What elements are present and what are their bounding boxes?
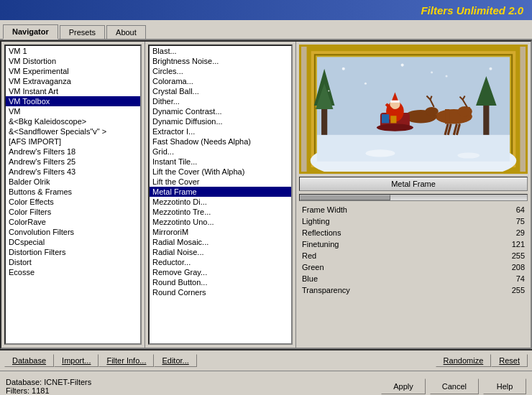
svg-point-40 [446,75,448,77]
svg-rect-13 [445,109,449,124]
param-row: Finetuning121 [299,238,528,250]
svg-point-24 [425,107,438,116]
help-button[interactable]: Help [483,378,526,394]
list-item[interactable]: VM Extravaganza [6,76,140,86]
svg-point-37 [342,68,345,70]
list-item[interactable]: Balder Olrik [6,177,140,187]
database-value: ICNET-Filters [44,378,91,386]
list-item[interactable]: Buttons & Frames [6,187,140,197]
list-item[interactable]: Mezzotinto Di... [150,197,291,207]
list-item[interactable]: VM Distortion [6,56,140,66]
list-item[interactable]: Mezzotinto Tre... [150,207,291,217]
list-item[interactable]: VM 1 [6,46,140,56]
filter-info-button[interactable]: Filter Info... [98,354,154,367]
svg-rect-33 [390,101,399,103]
list-item[interactable]: Lift the Cover [150,177,291,187]
list-item[interactable]: VM Toolbox [6,96,140,106]
preview-svg [301,47,526,172]
list-item[interactable]: Distortion Filters [6,247,140,257]
filter-name-bar: Metal Frame [299,177,528,191]
param-label: Green [302,263,324,271]
svg-point-38 [364,83,367,85]
list-item[interactable]: Andrew's Filters 25 [6,157,140,167]
svg-point-45 [457,152,480,158]
list-item[interactable]: Fast Shadow (Needs Alpha) [150,136,291,147]
param-row: Transparency255 [299,284,528,296]
list-item[interactable]: Round Button... [150,277,291,287]
database-button[interactable]: Database [4,354,54,367]
param-row: Reflections29 [299,227,528,238]
param-label: Reflections [302,228,341,237]
list-item[interactable]: DCspecial [6,237,140,247]
svg-point-29 [377,124,413,131]
list-item[interactable]: Dynamic Contrast... [150,106,291,116]
list-item[interactable]: [AFS IMPORT] [6,136,140,147]
param-row: Red255 [299,250,528,261]
list-item[interactable]: Color Filters [6,207,140,217]
list-item[interactable]: VM [6,106,140,116]
status-left: Database: ICNET-Filters Filters: 1181 [6,378,91,395]
list-item[interactable]: Mezzotinto Uno... [150,217,291,227]
tab-about[interactable]: About [106,25,146,39]
list-item[interactable]: Dynamic Diffusion... [150,116,291,126]
list-item[interactable]: Color Effects [6,197,140,207]
param-label: Frame Width [302,205,347,214]
cancel-button[interactable]: Cancel [430,378,479,394]
import-button[interactable]: Import... [54,354,98,367]
list-item[interactable]: VM Experimental [6,66,140,76]
param-row: Green208 [299,261,528,273]
param-value: 255 [512,286,525,294]
list-item[interactable]: Blast... [150,46,291,56]
reset-button[interactable]: Reset [491,354,528,367]
list-item[interactable]: Metal Frame [150,187,291,197]
preview-image [299,45,528,174]
list-item[interactable]: Grid... [150,147,291,157]
list-item[interactable]: Lift the Cover (With Alpha) [150,167,291,177]
right-panel: Metal Frame Frame Width64Lighting75Refle… [296,42,531,348]
list-item[interactable]: Ecosse [6,267,140,277]
param-value: 64 [516,205,525,214]
list-item[interactable]: Brightness Noise... [150,56,291,66]
list-item[interactable]: Distort [6,257,140,267]
list-item[interactable]: Colorama... [150,76,291,86]
left-list[interactable]: VM 1VM DistortionVM ExperimentalVM Extra… [4,45,142,345]
list-item[interactable]: Round Corners [150,287,291,297]
list-item[interactable]: Remove Gray... [150,267,291,277]
tab-presets[interactable]: Presets [60,25,105,39]
param-label: Transparency [302,286,350,294]
list-item[interactable]: ColorRave [6,217,140,227]
list-item[interactable]: Andrew's Filters 18 [6,147,140,157]
svg-point-41 [489,68,492,70]
list-item[interactable]: MirrororiM [150,227,291,237]
list-item[interactable]: Circles... [150,66,291,76]
list-item[interactable]: Radial Noise... [150,247,291,257]
left-panel: VM 1VM DistortionVM ExperimentalVM Extra… [1,42,145,348]
list-item[interactable]: Radial Mosaic... [150,237,291,247]
tab-navigator[interactable]: Navigator [3,24,58,40]
list-item[interactable]: Instant Tile... [150,157,291,167]
param-row: Lighting75 [299,215,528,227]
middle-list[interactable]: Blast...Brightness Noise...Circles...Col… [148,45,293,345]
main-content: VM 1VM DistortionVM ExperimentalVM Extra… [0,40,532,349]
list-item[interactable]: Reductor... [150,257,291,267]
list-item[interactable]: VM Instant Art [6,86,140,96]
list-item[interactable]: &<Sandflower Specials"v" > [6,126,140,136]
param-value: 255 [512,251,525,260]
list-item[interactable]: Extractor I... [150,126,291,136]
list-item[interactable]: Crystal Ball... [150,86,291,96]
list-item[interactable]: Dither... [150,96,291,106]
list-item[interactable]: Andrew's Filters 43 [6,167,140,177]
list-item[interactable]: Convolution Filters [6,227,140,237]
tab-bar: Navigator Presets About [0,20,532,40]
param-value: 208 [512,263,525,271]
param-row: Frame Width64 [299,204,528,215]
svg-rect-36 [390,116,396,123]
editor-button[interactable]: Editor... [154,354,196,367]
param-label: Blue [302,274,318,283]
apply-button[interactable]: Apply [381,378,426,394]
param-value: 74 [516,274,525,283]
param-value: 75 [516,217,525,226]
svg-point-43 [431,71,433,73]
randomize-button[interactable]: Randomize [436,354,492,367]
list-item[interactable]: &<Bkg Kaleidoscope> [6,116,140,126]
